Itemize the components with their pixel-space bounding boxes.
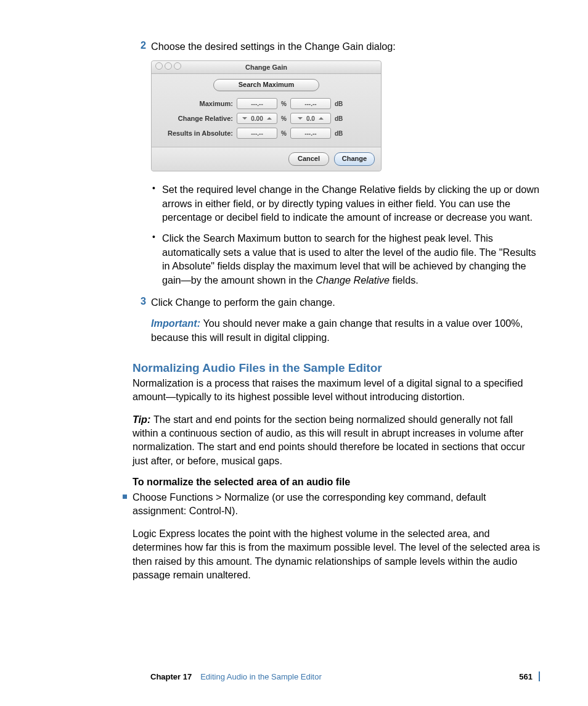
- unit-percent: %: [281, 101, 287, 107]
- search-maximum-button: Search Maximum: [213, 79, 319, 91]
- dialog-titlebar: Change Gain: [152, 61, 381, 74]
- unit-db: dB: [335, 101, 343, 107]
- cancel-button: Cancel: [288, 152, 329, 166]
- row-results-absolute: Results in Absolute: ---.-- % ---.-- dB: [159, 126, 374, 141]
- normalization-intro-paragraph: Normalization is a process that raises t…: [133, 376, 540, 404]
- important-label: Important:: [151, 318, 203, 329]
- footer-chapter-title: Editing Audio in the Sample Editor: [200, 672, 322, 681]
- label-maximum: Maximum:: [159, 100, 237, 107]
- sub-bullet-1: Set the required level change in the Cha…: [151, 183, 540, 224]
- footer-accent-bar: [539, 671, 540, 681]
- tip-label: Tip:: [133, 414, 153, 425]
- important-text: You should never make a gain change that…: [151, 318, 523, 342]
- stepper-down-icon: [242, 117, 247, 120]
- maximum-percent-field: ---.--: [237, 98, 277, 109]
- label-change-relative: Change Relative:: [159, 115, 237, 122]
- procedure-heading: To normalize the selected area of an aud…: [133, 476, 540, 488]
- footer-page-number: 561: [519, 672, 533, 681]
- step-3-text: Click Change to perform the gain change.: [151, 297, 335, 308]
- window-traffic-lights: [155, 62, 181, 70]
- step-2-text: Choose the desired settings in the Chang…: [151, 41, 396, 52]
- step-number-3: 3: [133, 295, 146, 307]
- unit-percent: %: [281, 115, 287, 122]
- stepper-down-icon: [298, 117, 303, 120]
- important-note: Important: You should never make a gain …: [133, 316, 540, 344]
- step-number-2: 2: [133, 39, 146, 51]
- stepper-up-icon: [319, 117, 324, 120]
- step-2: 2 Choose the desired settings in the Cha…: [133, 39, 540, 53]
- row-maximum: Maximum: ---.-- % ---.-- dB: [159, 96, 374, 111]
- tip-text: The start and end points for the section…: [133, 414, 525, 466]
- change-gain-dialog-screenshot: Change Gain Search Maximum Maximum: ---.…: [151, 60, 382, 171]
- change-button: Change: [334, 152, 375, 166]
- relative-db-field: 0.0: [290, 113, 331, 124]
- footer-chapter-number: Chapter 17: [150, 672, 192, 681]
- relative-percent-field: 0.00: [237, 113, 277, 124]
- page-footer: Chapter 17 Editing Audio in the Sample E…: [0, 671, 588, 681]
- unit-percent: %: [281, 130, 287, 137]
- close-icon: [155, 62, 163, 70]
- step-3: 3 Click Change to perform the gain chang…: [133, 295, 540, 309]
- unit-db: dB: [335, 130, 343, 137]
- procedure-bullet: Choose Functions > Normalize (or use the…: [123, 490, 540, 518]
- dialog-title: Change Gain: [245, 64, 287, 71]
- row-change-relative: Change Relative: 0.00 % 0.0 dB: [159, 111, 374, 126]
- minimize-icon: [165, 62, 172, 70]
- section-heading-normalizing: Normalizing Audio Files in the Sample Ed…: [133, 361, 540, 375]
- absolute-percent-field: ---.--: [237, 128, 277, 139]
- normalization-result-paragraph: Logic Express locates the point with the…: [133, 527, 540, 581]
- sub-bullet-2: Click the Search Maximum button to searc…: [151, 231, 540, 286]
- unit-db: dB: [335, 115, 343, 122]
- tip-paragraph: Tip: The start and end points for the se…: [133, 413, 540, 467]
- zoom-icon: [174, 62, 181, 70]
- absolute-db-field: ---.--: [290, 128, 331, 139]
- maximum-db-field: ---.--: [290, 98, 331, 109]
- stepper-up-icon: [267, 117, 272, 120]
- label-results-absolute: Results in Absolute:: [159, 129, 237, 137]
